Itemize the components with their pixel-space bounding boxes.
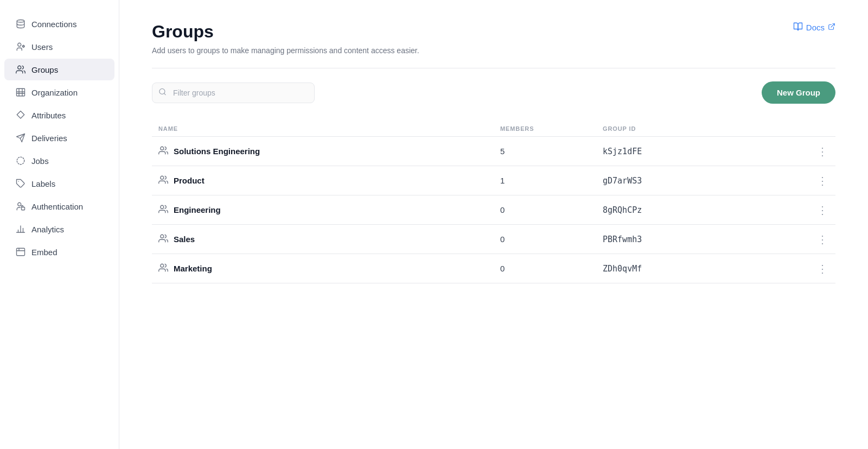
send-icon: [15, 132, 26, 143]
new-group-button[interactable]: New Group: [762, 81, 835, 104]
svg-point-0: [17, 20, 24, 23]
group-name: Solutions Engineering: [174, 147, 260, 156]
sidebar-item-authentication[interactable]: Authentication: [4, 195, 114, 217]
table-row[interactable]: Sales 0 PBRfwmh3 ⋮: [152, 225, 835, 254]
col-header-actions: [767, 121, 835, 137]
group-name: Sales: [174, 235, 195, 244]
group-row-icon: [158, 204, 168, 216]
table-row[interactable]: Solutions Engineering 5 kSjz1dFE ⋮: [152, 137, 835, 166]
user-lock-icon: [15, 201, 26, 212]
more-options-icon[interactable]: ⋮: [817, 263, 829, 275]
group-row-icon: [158, 263, 168, 274]
more-options-icon[interactable]: ⋮: [817, 233, 829, 245]
group-actions-menu[interactable]: ⋮: [767, 166, 835, 195]
more-options-icon[interactable]: ⋮: [817, 146, 829, 157]
more-options-icon[interactable]: ⋮: [817, 175, 829, 187]
group-row-icon: [158, 175, 168, 186]
sidebar-item-embed[interactable]: Embed: [4, 241, 114, 263]
table-row[interactable]: Marketing 0 ZDh0qvMf ⋮: [152, 254, 835, 283]
svg-rect-14: [17, 248, 25, 256]
svg-rect-4: [17, 88, 25, 96]
group-members: 1: [494, 166, 596, 195]
group-name-cell: Solutions Engineering: [152, 137, 494, 166]
group-name: Engineering: [174, 205, 221, 214]
user-settings-icon: [15, 41, 26, 52]
sidebar-item-analytics[interactable]: Analytics: [4, 218, 114, 240]
group-id: gD7arWS3: [596, 166, 767, 195]
table-row[interactable]: Product 1 gD7arWS3 ⋮: [152, 166, 835, 195]
building-icon: [15, 87, 26, 98]
sidebar-item-groups[interactable]: Groups: [4, 59, 114, 80]
sidebar-item-labels-label: Labels: [31, 179, 55, 188]
col-header-members: MEMBERS: [494, 121, 596, 137]
main-content: Groups Docs Add users to groups to make …: [119, 0, 868, 449]
group-actions-menu[interactable]: ⋮: [767, 137, 835, 166]
sidebar-item-organization[interactable]: Organization: [4, 81, 114, 103]
filter-input-wrap: [152, 83, 315, 103]
group-actions-menu[interactable]: ⋮: [767, 225, 835, 254]
col-header-name: NAME: [152, 121, 494, 137]
svg-rect-10: [22, 207, 25, 210]
sidebar-item-deliveries[interactable]: Deliveries: [4, 127, 114, 149]
search-icon: [158, 87, 167, 98]
svg-point-20: [161, 147, 164, 150]
svg-point-23: [161, 235, 164, 238]
group-actions-menu[interactable]: ⋮: [767, 254, 835, 283]
filter-groups-input[interactable]: [152, 83, 315, 103]
group-members: 0: [494, 254, 596, 283]
sidebar-item-deliveries-label: Deliveries: [31, 134, 67, 143]
group-name: Marketing: [174, 264, 212, 273]
group-id: ZDh0qvMf: [596, 254, 767, 283]
svg-line-19: [164, 93, 165, 94]
sidebar-item-labels[interactable]: Labels: [4, 173, 114, 194]
sidebar-item-organization-label: Organization: [31, 88, 78, 97]
docs-label: Docs: [806, 23, 825, 32]
group-id: 8gRQhCPz: [596, 195, 767, 225]
sidebar-item-embed-label: Embed: [31, 248, 58, 257]
svg-line-17: [831, 24, 834, 27]
svg-point-3: [18, 66, 21, 69]
sidebar-item-authentication-label: Authentication: [31, 202, 83, 211]
toolbar: New Group: [152, 81, 835, 104]
page-title: Groups: [152, 22, 214, 42]
sidebar-item-jobs[interactable]: Jobs: [4, 150, 114, 172]
group-row-icon: [158, 146, 168, 157]
diamond-icon: [15, 110, 26, 121]
sidebar-item-connections[interactable]: Connections: [4, 13, 114, 35]
sidebar-item-users-label: Users: [31, 42, 53, 52]
sidebar: Connections Users Groups Organization: [0, 0, 119, 449]
svg-point-7: [17, 157, 24, 165]
table-body: Solutions Engineering 5 kSjz1dFE ⋮ Produ…: [152, 137, 835, 283]
users-icon: [15, 64, 26, 75]
svg-point-1: [18, 43, 21, 46]
chart-icon: [15, 224, 26, 235]
group-name-cell: Sales: [152, 225, 494, 254]
sidebar-item-attributes-label: Attributes: [31, 111, 66, 120]
sidebar-item-users[interactable]: Users: [4, 36, 114, 58]
sidebar-item-analytics-label: Analytics: [31, 225, 64, 234]
docs-link[interactable]: Docs: [793, 22, 835, 33]
table-header: NAME MEMBERS GROUP ID: [152, 121, 835, 137]
divider: [152, 68, 835, 68]
group-name-cell: Marketing: [152, 254, 494, 283]
sidebar-item-jobs-label: Jobs: [31, 156, 49, 166]
page-subtitle: Add users to groups to make managing per…: [152, 46, 835, 55]
svg-point-9: [18, 203, 21, 206]
group-members: 5: [494, 137, 596, 166]
group-name: Product: [174, 176, 205, 185]
group-members: 0: [494, 195, 596, 225]
embed-icon: [15, 246, 26, 257]
group-id: PBRfwmh3: [596, 225, 767, 254]
svg-point-21: [161, 176, 164, 179]
circle-dashed-icon: [15, 155, 26, 166]
table-row[interactable]: Engineering 0 8gRQhCPz ⋮: [152, 195, 835, 225]
database-icon: [15, 18, 26, 29]
group-name-cell: Engineering: [152, 195, 494, 225]
sidebar-item-attributes[interactable]: Attributes: [4, 104, 114, 126]
group-actions-menu[interactable]: ⋮: [767, 195, 835, 225]
tag-icon: [15, 178, 26, 189]
groups-table: NAME MEMBERS GROUP ID Solutions Engineer…: [152, 121, 835, 283]
svg-point-22: [161, 205, 164, 208]
docs-book-icon: [793, 22, 803, 33]
more-options-icon[interactable]: ⋮: [817, 204, 829, 216]
